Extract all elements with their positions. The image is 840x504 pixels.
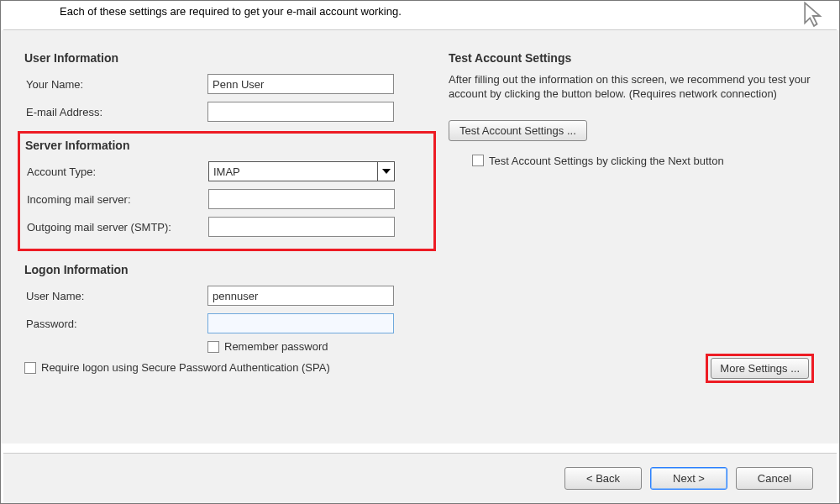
incoming-input[interactable] <box>208 189 395 209</box>
username-label: User Name: <box>24 290 207 302</box>
outgoing-label: Outgoing mail server (SMTP): <box>25 221 208 234</box>
email-input[interactable] <box>207 102 394 122</box>
your-name-input[interactable] <box>207 74 394 94</box>
test-title: Test Account Settings <box>449 51 816 65</box>
cancel-button[interactable]: Cancel <box>736 467 813 490</box>
incoming-label: Incoming mail server: <box>25 193 208 206</box>
remember-password-label: Remember password <box>224 340 328 353</box>
auto-test-checkbox[interactable] <box>472 155 484 166</box>
more-settings-highlight: More Settings ... <box>706 354 814 383</box>
outgoing-input[interactable] <box>208 217 395 237</box>
your-name-label: Your Name: <box>24 78 207 91</box>
email-row: E-mail Address: <box>24 101 436 123</box>
remember-password-row[interactable]: Remember password <box>207 340 436 353</box>
spa-checkbox[interactable] <box>24 362 36 374</box>
left-column: User Information Your Name: E-mail Addre… <box>24 51 436 428</box>
auto-test-row[interactable]: Test Account Settings by clicking the Ne… <box>472 155 816 167</box>
incoming-row: Incoming mail server: <box>25 188 428 210</box>
more-settings-button[interactable]: More Settings ... <box>711 358 809 379</box>
password-input[interactable] <box>207 313 394 333</box>
cursor-icon <box>801 1 827 31</box>
server-info-title: Server Information <box>25 139 428 152</box>
server-info-highlight: Server Information Account Type: IMAP In… <box>18 131 436 251</box>
account-type-label: Account Type: <box>25 165 208 178</box>
next-button[interactable]: Next > <box>650 467 727 490</box>
spa-row[interactable]: Require logon using Secure Password Auth… <box>24 361 436 374</box>
your-name-row: Your Name: <box>24 73 436 95</box>
email-label: E-mail Address: <box>24 106 207 118</box>
account-type-value: IMAP <box>213 165 240 178</box>
dialog-footer: < Back Next > Cancel <box>3 453 837 503</box>
user-info-title: User Information <box>24 51 436 65</box>
password-label: Password: <box>24 318 207 330</box>
form-area: User Information Your Name: E-mail Addre… <box>1 30 839 444</box>
outgoing-row: Outgoing mail server (SMTP): <box>25 216 428 238</box>
password-row: Password: <box>24 312 436 334</box>
back-button[interactable]: < Back <box>564 467 642 490</box>
email-settings-dialog: Each of these settings are required to g… <box>0 0 840 504</box>
spa-label: Require logon using Secure Password Auth… <box>41 361 330 374</box>
account-type-row: Account Type: IMAP <box>25 160 428 182</box>
instruction-text: Each of these settings are required to g… <box>1 1 839 29</box>
logon-info-title: Logon Information <box>24 263 436 276</box>
chevron-down-icon <box>377 162 394 181</box>
remember-password-checkbox[interactable] <box>207 341 219 353</box>
test-account-button[interactable]: Test Account Settings ... <box>449 120 587 141</box>
test-description: After filling out the information on thi… <box>449 73 816 102</box>
account-type-select[interactable]: IMAP <box>208 161 395 181</box>
auto-test-label: Test Account Settings by clicking the Ne… <box>489 155 724 167</box>
username-input[interactable] <box>207 286 394 306</box>
username-row: User Name: <box>24 285 436 307</box>
